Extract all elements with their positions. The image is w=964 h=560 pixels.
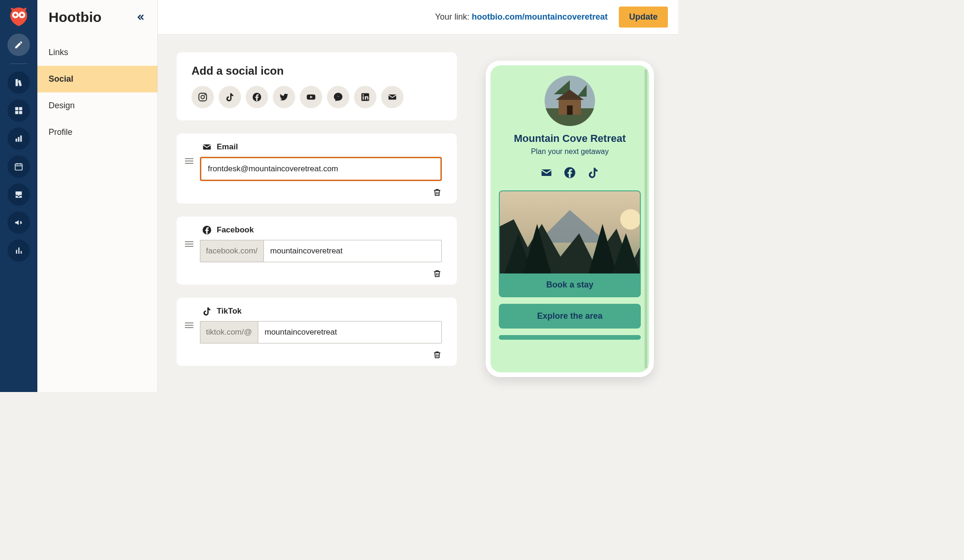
add-messenger[interactable]	[327, 86, 349, 108]
delete-facebook[interactable]	[432, 269, 442, 278]
your-link: Your link: hootbio.com/mountaincoveretre…	[435, 12, 608, 22]
rail-swatches[interactable]	[7, 71, 30, 94]
svg-rect-48	[567, 105, 573, 115]
email-icon	[387, 92, 397, 102]
svg-point-22	[205, 94, 206, 96]
your-link-url[interactable]: hootbio.com/mountaincoveretreat	[472, 12, 608, 21]
svg-rect-8	[15, 111, 19, 114]
drag-handle[interactable]	[185, 142, 193, 164]
svg-point-52	[620, 209, 640, 230]
svg-rect-18	[18, 247, 20, 253]
rail-megaphone[interactable]	[7, 211, 30, 234]
youtube-icon	[306, 92, 316, 102]
rail-grid[interactable]	[7, 99, 30, 122]
preview-link-partial[interactable]	[499, 335, 641, 340]
svg-rect-12	[20, 135, 21, 141]
preview-tagline: Plan your next getaway	[499, 147, 641, 156]
add-social-card: Add a social icon	[177, 52, 457, 120]
preview-link-1-label: Book a stay	[500, 273, 640, 296]
linkedin-icon	[360, 92, 370, 102]
phone-preview: Mountain Cove Retreat Plan your next get…	[486, 61, 654, 377]
preview-link-2-label: Explore the area	[537, 311, 602, 321]
compose-icon	[14, 40, 23, 49]
facebook-prefix: facebook.com/	[200, 240, 263, 262]
social-tiktok-title: TikTok	[217, 307, 241, 316]
chevron-double-left-icon	[136, 13, 145, 22]
social-email-card: Email	[177, 133, 457, 203]
update-button[interactable]: Update	[619, 7, 668, 28]
rail-calendar[interactable]	[7, 155, 30, 178]
bar-chart-icon	[14, 246, 23, 255]
add-linkedin[interactable]	[354, 86, 376, 108]
svg-rect-19	[21, 251, 21, 254]
svg-rect-5	[18, 80, 22, 86]
drag-icon	[185, 241, 193, 247]
profile-avatar	[545, 76, 595, 126]
tiktok-prefix: tiktok.com/@	[200, 321, 258, 343]
sidenav-social[interactable]: Social	[37, 66, 157, 92]
collapse-sidebar[interactable]	[135, 12, 146, 23]
add-email[interactable]	[381, 86, 404, 108]
analytics-icon	[14, 134, 23, 143]
svg-rect-11	[18, 137, 19, 142]
sidenav-design[interactable]: Design	[37, 92, 157, 119]
topbar: Your link: hootbio.com/mountaincoveretre…	[158, 0, 678, 35]
preview-column: Mountain Cove Retreat Plan your next get…	[475, 52, 664, 392]
trash-icon	[432, 350, 442, 359]
add-instagram[interactable]	[191, 86, 214, 108]
add-social-heading: Add a social icon	[191, 64, 442, 77]
instagram-icon	[198, 92, 208, 102]
rail-compose[interactable]	[7, 34, 30, 56]
preview-link-bookastay[interactable]: Book a stay	[499, 190, 641, 297]
delete-email[interactable]	[432, 188, 442, 197]
social-tiktok-input[interactable]	[258, 321, 442, 343]
brand-title: Hootbio	[49, 9, 101, 25]
add-twitter[interactable]	[273, 86, 295, 108]
facebook-icon	[252, 92, 262, 102]
sidebar: Hootbio Links Social Design Profile	[37, 0, 158, 392]
social-tiktok-card: TikTok tiktok.com/@	[177, 298, 457, 366]
trash-icon	[432, 269, 442, 278]
add-facebook[interactable]	[246, 86, 268, 108]
forms-column: Add a social icon	[177, 52, 457, 392]
preview-link-explore[interactable]: Explore the area	[499, 304, 641, 329]
drag-handle[interactable]	[185, 225, 193, 247]
add-social-options	[191, 86, 442, 108]
svg-point-21	[201, 95, 204, 98]
rail-barchart[interactable]	[7, 239, 30, 262]
delete-tiktok[interactable]	[432, 350, 442, 359]
svg-rect-28	[363, 96, 364, 99]
sidenav-profile[interactable]: Profile	[37, 119, 157, 146]
facebook-icon	[563, 166, 576, 179]
preview-link-image	[500, 191, 640, 273]
preview-socials	[499, 166, 641, 179]
facebook-icon	[202, 225, 212, 235]
svg-rect-6	[15, 107, 19, 111]
drag-handle[interactable]	[185, 306, 193, 329]
svg-rect-4	[15, 79, 18, 86]
social-facebook-input[interactable]	[263, 240, 442, 262]
preview-scrollbar[interactable]	[645, 69, 647, 369]
rail-inbox[interactable]	[7, 183, 30, 206]
social-facebook-title: Facebook	[217, 225, 254, 235]
drag-icon	[185, 322, 193, 329]
sidenav: Links Social Design Profile	[37, 39, 157, 146]
preview-name: Mountain Cove Retreat	[499, 133, 641, 145]
add-tiktok[interactable]	[219, 86, 241, 108]
email-icon	[540, 166, 553, 179]
svg-rect-17	[16, 250, 17, 253]
svg-rect-9	[19, 111, 22, 114]
rail-analytics[interactable]	[7, 127, 30, 150]
inbox-icon	[14, 190, 23, 199]
svg-point-2	[14, 14, 17, 16]
icon-rail	[0, 0, 37, 392]
main: Your link: hootbio.com/mountaincoveretre…	[158, 0, 678, 392]
drag-icon	[185, 158, 193, 164]
add-youtube[interactable]	[300, 86, 322, 108]
social-email-input[interactable]	[200, 157, 442, 181]
tiktok-icon	[587, 166, 600, 179]
svg-point-29	[362, 94, 364, 96]
tiktok-icon	[202, 306, 212, 316]
swatches-icon	[14, 78, 23, 87]
sidenav-links[interactable]: Links	[37, 39, 157, 66]
